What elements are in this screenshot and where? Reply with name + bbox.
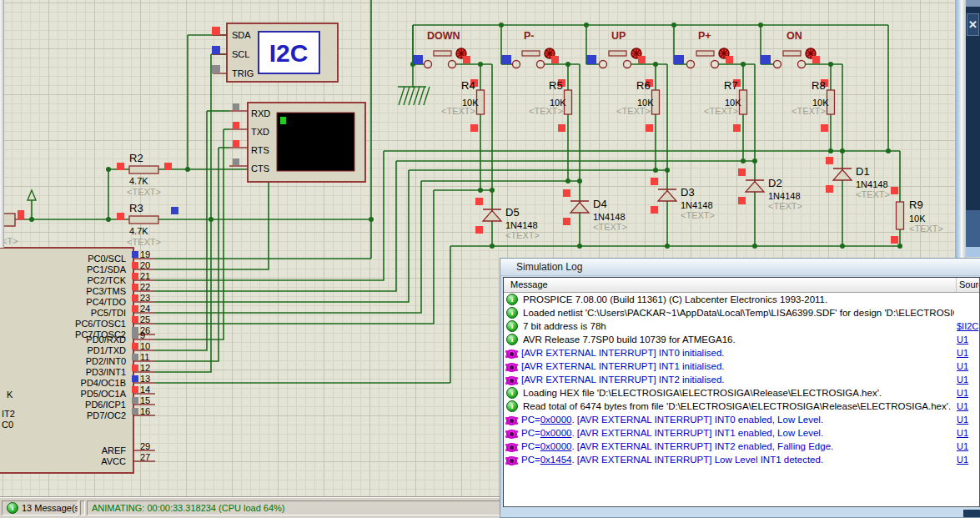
log-source-link[interactable]: U1 <box>954 415 979 425</box>
animating-status: ANIMATING: 00:00:33.318234 (CPU load 64%… <box>92 503 285 513</box>
resistor-text: <TEXT> <box>441 106 475 116</box>
log-source-link[interactable]: U1 <box>954 441 979 451</box>
window-left-frame <box>0 0 4 248</box>
log-message-text: PC=0x0000. [AVR EXTERNAL INTERRUPT] INT1… <box>520 428 954 438</box>
pin-state-indicator <box>233 103 239 110</box>
log-row: iLoading HEX file 'D:\ELECTROSIGA\ELECTR… <box>504 386 979 400</box>
resistor-text: <TEXT> <box>529 106 563 116</box>
mcu-pin-number: 15 <box>140 395 150 405</box>
pin-state-indicator <box>674 55 684 64</box>
log-text-part: [AVR EXTERNAL INTERRUPT] INT0 initialise… <box>521 348 724 358</box>
pin-state-indicator <box>18 210 24 219</box>
diode-part: 1N4148 <box>505 220 538 230</box>
resistor-name: R5 <box>549 79 563 92</box>
i2c-display-text: I2C <box>269 39 309 67</box>
ground-hatch <box>404 87 410 105</box>
diode-text: <TEXT> <box>856 189 890 199</box>
log-column-source[interactable]: Source <box>957 278 979 292</box>
wire <box>155 111 207 350</box>
log-source-link[interactable]: U1 <box>954 401 979 411</box>
log-source-link[interactable]: U1 <box>954 348 979 358</box>
diode-part: 1N4148 <box>593 212 626 222</box>
log-text-part: 7 bit address is 78h <box>523 321 606 331</box>
debug-icon <box>506 430 517 439</box>
diode-D5 <box>483 209 501 221</box>
log-source-link[interactable]: U1 <box>954 428 979 438</box>
resistor-R9 <box>897 202 904 229</box>
diode-name: D1 <box>856 165 870 178</box>
junction-dot <box>741 158 746 163</box>
log-row: PC=0x1454. [AVR EXTERNAL INTERRUPT] Low … <box>504 453 979 466</box>
log-source-link[interactable]: U1 <box>954 334 979 344</box>
ground-hatch <box>409 87 415 105</box>
log-source-link[interactable]: U1 <box>954 455 979 465</box>
debug-icon <box>506 350 517 359</box>
resistor-text: <TEXT> <box>616 106 651 116</box>
log-message-text: AVR Release 7.7SP0 build 10739 for ATMEG… <box>521 334 954 344</box>
pc-address-link[interactable]: 0x0000 <box>540 415 572 425</box>
resistor-text: <TEXT> <box>127 187 161 197</box>
log-source-link[interactable]: U1 <box>954 388 979 398</box>
pin-state-indicator <box>558 124 565 132</box>
pin-state-indicator <box>651 206 658 214</box>
pin-state-indicator <box>132 284 138 290</box>
log-row: iRead total of 6474 bytes from file 'D:\… <box>504 400 979 413</box>
button-terminal <box>798 61 806 68</box>
button-terminal <box>774 61 781 68</box>
junction-dot <box>828 148 833 153</box>
resistor-name: R7 <box>724 79 738 92</box>
button-label: P+ <box>698 30 711 42</box>
log-row: iPROSPICE 7.08.00 (Build 11361) (C) Labc… <box>504 293 979 306</box>
diode-part: 1N4148 <box>768 191 801 201</box>
mcu-pin-number: 29 <box>140 441 150 451</box>
pin-state-indicator <box>132 305 138 312</box>
push-button-p- <box>513 48 555 68</box>
i2c-pin-label: SCL <box>232 49 249 59</box>
button-label: ON <box>787 30 802 42</box>
diode-text: <TEXT> <box>593 222 627 232</box>
ground-icon <box>398 87 430 105</box>
debug-icon <box>506 363 517 372</box>
background-window-edge-top <box>966 0 980 7</box>
mcu-pin-number: 25 <box>140 314 150 324</box>
wire <box>155 54 211 372</box>
pin-state-indicator <box>164 163 172 170</box>
junction-dot <box>828 62 833 67</box>
junction-dot <box>752 158 757 163</box>
close-icon[interactable]: ✕ <box>967 13 979 36</box>
log-column-message[interactable]: Message <box>504 278 957 292</box>
debug-icon <box>506 443 517 452</box>
resistor-value: 4.7K <box>129 226 148 236</box>
message-count-panel: i 13 Message(s) <box>2 500 78 515</box>
button-terminal <box>687 61 695 68</box>
log-source-link[interactable]: U1 <box>954 375 979 385</box>
pin-state-indicator <box>586 55 596 64</box>
log-row: PC=0x0000. [AVR EXTERNAL INTERRUPT] INT0… <box>504 413 979 426</box>
log-source-link[interactable]: U1 <box>954 361 979 371</box>
log-message-text: PC=0x0000. [AVR EXTERNAL INTERRUPT] INT0… <box>520 415 954 425</box>
pin-state-indicator <box>212 46 220 54</box>
log-row: [AVR EXTERNAL INTERRUPT] INT2 initialise… <box>504 373 979 386</box>
log-text-part: PC= <box>521 415 540 425</box>
pc-address-link[interactable]: 0x1454 <box>540 455 572 465</box>
log-message-text: Loading HEX file 'D:\ELECTROSIGA\ELECTRO… <box>521 388 954 398</box>
window-bottom-notch <box>963 510 980 517</box>
wire <box>155 148 219 361</box>
diode-name: D3 <box>681 186 695 199</box>
pin-state-indicator <box>132 365 138 371</box>
log-text-part: . [AVR EXTERNAL INTERRUPT] Low Level INT… <box>571 455 823 465</box>
power-arrow-icon <box>28 190 36 200</box>
log-source-link[interactable]: $II2C <box>954 321 979 331</box>
pin-state-indicator <box>821 124 828 132</box>
pc-address-link[interactable]: 0x0000 <box>540 428 572 438</box>
pin-state-indicator <box>563 218 570 225</box>
mcu-pin-number: 21 <box>140 271 150 281</box>
ground-hatch <box>419 87 425 105</box>
junction-dot <box>478 188 483 193</box>
push-button-p+ <box>687 48 730 68</box>
ground-hatch <box>399 87 405 105</box>
button-terminal <box>425 61 432 68</box>
pc-address-link[interactable]: 0x0000 <box>540 441 572 451</box>
simulation-log-titlebar[interactable]: Simulation Log <box>500 259 980 276</box>
junction-dot <box>653 62 658 67</box>
